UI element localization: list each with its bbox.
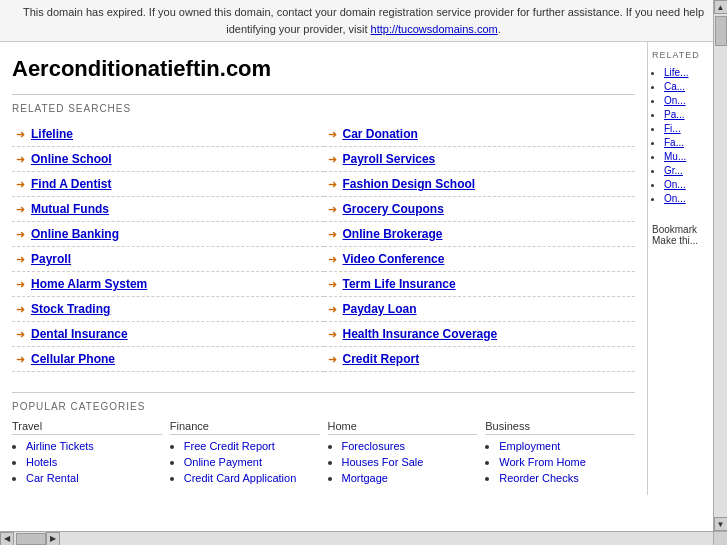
main-wrapper: Aerconditionatieftin.com RELATED SEARCHE… <box>0 42 727 495</box>
category-link[interactable]: Mortgage <box>342 472 388 484</box>
sidebar-link-anchor-2[interactable]: On... <box>664 95 686 106</box>
link-anchor[interactable]: Cellular Phone <box>31 352 115 366</box>
category-link[interactable]: Work From Home <box>499 456 586 468</box>
related-searches-label: RELATED SEARCHES <box>12 103 635 114</box>
category-item-1-1: Online Payment <box>184 455 320 469</box>
category-col-0: TravelAirline TicketsHotelsCar Rental <box>12 420 162 487</box>
sidebar-link-anchor-7[interactable]: Gr... <box>664 165 683 176</box>
link-anchor[interactable]: Payday Loan <box>343 302 417 316</box>
sidebar-link-anchor-3[interactable]: Pa... <box>664 109 685 120</box>
link-item-left-5: ➜Payroll <box>12 247 324 272</box>
link-item-right-0: ➜Car Donation <box>324 122 636 147</box>
category-item-3-0: Employment <box>499 439 635 453</box>
related-searches-section: RELATED SEARCHES ➜Lifeline➜Car Donation➜… <box>12 94 635 372</box>
sidebar-link-anchor-4[interactable]: Fi... <box>664 123 681 134</box>
link-item-left-8: ➜Dental Insurance <box>12 322 324 347</box>
link-anchor[interactable]: Online Banking <box>31 227 119 241</box>
link-anchor[interactable]: Car Donation <box>343 127 418 141</box>
link-anchor[interactable]: Payroll Services <box>343 152 436 166</box>
link-arrow: ➜ <box>328 328 337 341</box>
link-anchor[interactable]: Home Alarm System <box>31 277 147 291</box>
link-arrow: ➜ <box>328 228 337 241</box>
category-link[interactable]: Foreclosures <box>342 440 406 452</box>
link-anchor[interactable]: Health Insurance Coverage <box>343 327 498 341</box>
link-arrow: ➜ <box>16 328 25 341</box>
category-item-1-2: Credit Card Application <box>184 471 320 485</box>
category-item-0-2: Car Rental <box>26 471 162 485</box>
category-item-0-0: Airline Tickets <box>26 439 162 453</box>
sidebar-link-anchor-6[interactable]: Mu... <box>664 151 686 162</box>
link-arrow: ➜ <box>16 128 25 141</box>
link-arrow: ➜ <box>328 303 337 316</box>
category-col-2: HomeForeclosuresHouses For SaleMortgage <box>328 420 478 487</box>
link-anchor[interactable]: Term Life Insurance <box>343 277 456 291</box>
scroll-thumb[interactable] <box>715 16 727 46</box>
link-item-left-9: ➜Cellular Phone <box>12 347 324 372</box>
category-name-1: Finance <box>170 420 320 435</box>
link-item-left-1: ➜Online School <box>12 147 324 172</box>
link-arrow: ➜ <box>328 128 337 141</box>
link-arrow: ➜ <box>16 203 25 216</box>
links-grid: ➜Lifeline➜Car Donation➜Online School➜Pay… <box>12 122 635 372</box>
link-item-right-5: ➜Video Conference <box>324 247 636 272</box>
banner-link[interactable]: http://tucowsdomains.com <box>371 23 498 35</box>
link-arrow: ➜ <box>328 278 337 291</box>
vertical-scrollbar[interactable]: ▲ ▼ <box>713 0 727 495</box>
category-link[interactable]: Houses For Sale <box>342 456 424 468</box>
category-list-0: Airline TicketsHotelsCar Rental <box>12 439 162 485</box>
link-arrow: ➜ <box>328 203 337 216</box>
link-anchor[interactable]: Find A Dentist <box>31 177 111 191</box>
category-item-3-2: Reorder Checks <box>499 471 635 485</box>
category-link[interactable]: Employment <box>499 440 560 452</box>
link-item-right-8: ➜Health Insurance Coverage <box>324 322 636 347</box>
link-item-left-6: ➜Home Alarm System <box>12 272 324 297</box>
content-area: Aerconditionatieftin.com RELATED SEARCHE… <box>0 42 647 495</box>
link-arrow: ➜ <box>16 253 25 266</box>
sidebar-link-anchor-5[interactable]: Fa... <box>664 137 684 148</box>
category-item-3-1: Work From Home <box>499 455 635 469</box>
link-anchor[interactable]: Mutual Funds <box>31 202 109 216</box>
sidebar-link-anchor-1[interactable]: Ca... <box>664 81 685 92</box>
sidebar-link-anchor-9[interactable]: On... <box>664 193 686 204</box>
category-col-3: BusinessEmploymentWork From HomeReorder … <box>485 420 635 487</box>
link-item-left-7: ➜Stock Trading <box>12 297 324 322</box>
popular-categories: POPULAR CATEGORIES TravelAirline Tickets… <box>12 392 635 487</box>
link-anchor[interactable]: Fashion Design School <box>343 177 476 191</box>
link-arrow: ➜ <box>16 178 25 191</box>
category-link[interactable]: Free Credit Report <box>184 440 275 452</box>
link-item-right-1: ➜Payroll Services <box>324 147 636 172</box>
category-link[interactable]: Reorder Checks <box>499 472 578 484</box>
link-anchor[interactable]: Online Brokerage <box>343 227 443 241</box>
link-anchor[interactable]: Stock Trading <box>31 302 110 316</box>
link-anchor[interactable]: Grocery Coupons <box>343 202 444 216</box>
sidebar-link-anchor-8[interactable]: On... <box>664 179 686 190</box>
category-col-1: FinanceFree Credit ReportOnline PaymentC… <box>170 420 320 487</box>
category-link[interactable]: Car Rental <box>26 472 79 484</box>
site-title: Aerconditionatieftin.com <box>12 56 635 82</box>
category-item-2-2: Mortgage <box>342 471 478 485</box>
link-anchor[interactable]: Credit Report <box>343 352 420 366</box>
link-anchor[interactable]: Dental Insurance <box>31 327 128 341</box>
category-link[interactable]: Airline Tickets <box>26 440 94 452</box>
categories-grid: TravelAirline TicketsHotelsCar RentalFin… <box>12 420 635 487</box>
category-link[interactable]: Credit Card Application <box>184 472 297 484</box>
category-item-2-0: Foreclosures <box>342 439 478 453</box>
sidebar-link-anchor-0[interactable]: Life... <box>664 67 688 78</box>
link-anchor[interactable]: Online School <box>31 152 112 166</box>
banner-text: This domain has expired. If you owned th… <box>23 6 704 35</box>
link-anchor[interactable]: Lifeline <box>31 127 73 141</box>
top-banner: This domain has expired. If you owned th… <box>0 0 727 42</box>
link-arrow: ➜ <box>328 253 337 266</box>
link-item-left-2: ➜Find A Dentist <box>12 172 324 197</box>
link-arrow: ➜ <box>16 278 25 291</box>
scroll-up-button[interactable]: ▲ <box>714 0 728 14</box>
link-anchor[interactable]: Video Conference <box>343 252 445 266</box>
category-list-2: ForeclosuresHouses For SaleMortgage <box>328 439 478 485</box>
link-item-right-7: ➜Payday Loan <box>324 297 636 322</box>
link-item-right-4: ➜Online Brokerage <box>324 222 636 247</box>
link-anchor[interactable]: Payroll <box>31 252 71 266</box>
category-link[interactable]: Hotels <box>26 456 57 468</box>
link-item-right-3: ➜Grocery Coupons <box>324 197 636 222</box>
category-link[interactable]: Online Payment <box>184 456 262 468</box>
category-name-0: Travel <box>12 420 162 435</box>
